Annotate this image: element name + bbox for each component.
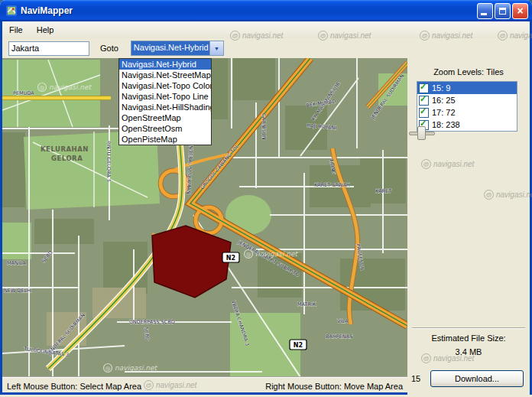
zoom-level-label: 16: 25: [432, 96, 456, 105]
map-label: SCBD: [143, 327, 151, 341]
checkbox-checked-icon[interactable]: [419, 83, 429, 93]
minimize-icon: [481, 13, 487, 15]
map-label: VILA: [337, 318, 349, 324]
zoom-levels-listbox[interactable]: 15: 9 16: 25 17: 72 18: 238: [417, 81, 517, 132]
dropdown-option[interactable]: Navigasi.Net-Topo Color: [119, 80, 211, 91]
svg-text:navigasi.net: navigasi.net: [115, 364, 158, 372]
svg-text:@: @: [40, 85, 45, 91]
combobox-selected-value: Navigasi.Net-Hybrid: [131, 41, 209, 55]
menu-file[interactable]: File: [2, 23, 30, 37]
estimated-file-size-label: Estimated File Size:: [407, 334, 530, 343]
zoom-level-label: 18: 238: [432, 120, 460, 129]
svg-text:N2: N2: [226, 255, 235, 262]
zoom-level-row[interactable]: 16: 25: [417, 94, 517, 106]
toolbar: Goto Navigasi.Net-Hybrid: [2, 38, 530, 58]
map-label: MANILA: [7, 260, 27, 266]
svg-text:@: @: [105, 366, 111, 372]
window-content: File Help Goto Navigasi.Net-Hybrid Navig…: [0, 21, 532, 395]
map-label: GELORA: [51, 155, 83, 162]
main-area: N2 N2 @ navigasi.net @ navigasi.net: [2, 58, 530, 395]
zoom-level-row[interactable]: 15: 9: [417, 82, 517, 94]
map-type-combobox[interactable]: Navigasi.Net-Hybrid: [131, 41, 224, 56]
map-label: BAHPENAS: [326, 334, 352, 340]
app-icon: [5, 5, 18, 17]
zoom-level-row[interactable]: 17: 72: [417, 106, 517, 119]
watermark: @navigasi.net: [484, 190, 532, 200]
zoom-level-label: 17: 72: [432, 108, 456, 117]
dropdown-option[interactable]: Navigasi.Net-HillShading: [119, 102, 211, 112]
checkbox-checked-icon[interactable]: [419, 108, 429, 118]
checkbox-checked-icon[interactable]: [419, 96, 429, 106]
status-left: Left Mouse Button: Select Map Area: [7, 382, 141, 391]
close-button[interactable]: ×: [512, 3, 528, 19]
dropdown-option[interactable]: OpenStreetOsm: [119, 123, 211, 134]
map-label: KARET SAWAH: [314, 182, 350, 188]
svg-text:@: @: [246, 252, 251, 258]
status-right: Right Mouse Button: Move Map Area: [265, 382, 403, 391]
close-icon: ×: [517, 5, 523, 16]
title-bar: NaviMapper ×: [0, 0, 532, 21]
dropdown-option[interactable]: OpenPisteMap: [119, 134, 211, 145]
slider-thumb[interactable]: [417, 126, 426, 140]
map-label: UNDERPASS SCBD: [129, 319, 175, 325]
menu-bar: File Help: [2, 21, 530, 38]
maximize-icon: [499, 8, 506, 15]
dropdown-option[interactable]: Navigasi.Net-Topo Line: [119, 91, 211, 102]
map-label: KELURAHAN: [41, 145, 89, 153]
zoom-levels-title: Zoom Levels: Tiles: [407, 67, 530, 76]
svg-text:navigasi.net: navigasi.net: [49, 83, 92, 91]
map-type-dropdown-list: Navigasi.Net-Hybrid Navigasi.Net-StreetM…: [118, 58, 212, 145]
minimize-button[interactable]: [477, 3, 493, 19]
map-label: MATRIK: [297, 301, 316, 308]
map-label: NEW DELHI: [4, 288, 32, 294]
current-zoom-level: 15: [411, 374, 420, 383]
svg-text:N2: N2: [294, 342, 303, 349]
download-button[interactable]: Download...: [430, 370, 524, 387]
status-bar: Left Mouse Button: Select Map Area @navi…: [2, 376, 407, 395]
map-label: PEMUDA: [13, 90, 34, 96]
dropdown-option[interactable]: Navigasi.Net-StreetMap: [119, 70, 211, 80]
watermark: @navigasi.net: [421, 159, 474, 169]
estimated-file-size-value: 3.4 MB: [407, 347, 530, 356]
chevron-down-icon[interactable]: [209, 41, 223, 55]
goto-button[interactable]: Goto: [97, 42, 122, 54]
map-label: PINTU GELORA 5: [105, 141, 112, 182]
zoom-level-label: 15: 9: [432, 83, 450, 93]
map-label: GARNISUN: [261, 113, 267, 140]
app-window: NaviMapper × File Help Goto Navigasi.Net…: [0, 0, 532, 397]
window-title: NaviMapper: [21, 5, 475, 16]
watermark: @navigasi.net: [144, 380, 196, 390]
dropdown-option[interactable]: Navigasi.Net-Hybrid: [119, 59, 211, 70]
map-label: KARET: [375, 188, 391, 194]
zoom-slider[interactable]: [409, 125, 433, 139]
search-input[interactable]: [8, 41, 89, 56]
dropdown-option[interactable]: OpenStreetMap: [119, 112, 211, 123]
sidebar: Zoom Levels: Tiles 15: 9 16: 25 17: 72: [407, 58, 530, 395]
divider: [412, 327, 525, 329]
menu-help[interactable]: Help: [30, 23, 61, 37]
maximize-button[interactable]: [495, 3, 511, 19]
